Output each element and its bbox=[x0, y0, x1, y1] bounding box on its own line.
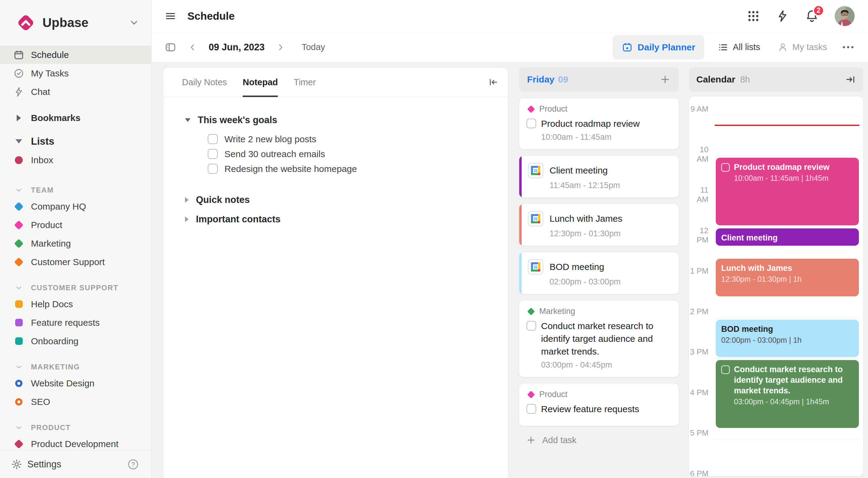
sidebar-item-schedule[interactable]: Schedule bbox=[0, 45, 151, 64]
list-color-ring bbox=[11, 398, 27, 406]
sidebar-item-customer-support[interactable]: Customer Support bbox=[0, 253, 151, 271]
group-header-product[interactable]: PRODUCT bbox=[0, 421, 151, 435]
sidebar-item-label: Feature requests bbox=[31, 318, 100, 328]
sidebar-item-product[interactable]: Product bbox=[0, 216, 151, 234]
workspace-name: Upbase bbox=[42, 15, 129, 30]
calendar-event[interactable]: BOD meeting02:00pm - 03:00pm | 1h bbox=[716, 320, 859, 357]
task-card[interactable]: Product Product roadmap review 10:00am -… bbox=[519, 98, 679, 149]
chevron-left-icon[interactable] bbox=[188, 43, 197, 52]
list-color-diamond bbox=[11, 259, 27, 265]
task-checkbox[interactable] bbox=[527, 119, 536, 128]
chevron-down-icon bbox=[11, 186, 27, 194]
gear-icon[interactable] bbox=[11, 458, 23, 470]
notepad-content[interactable]: This week's goals Write 2 new blog posts… bbox=[163, 97, 508, 228]
calendar-event[interactable]: Conduct market research to identify targ… bbox=[716, 360, 859, 428]
calendar-event[interactable]: Product roadmap review10:00am - 11:45am … bbox=[716, 158, 859, 226]
sidebar-item-chat[interactable]: Chat bbox=[0, 83, 151, 101]
checkbox[interactable] bbox=[208, 149, 218, 159]
panel-toggle-icon[interactable] bbox=[164, 41, 177, 53]
task-list-tag: Product bbox=[527, 104, 672, 114]
my-tasks-tab[interactable]: My tasks bbox=[777, 42, 827, 53]
task-card[interactable]: Marketing Conduct market research to ide… bbox=[519, 300, 679, 377]
list-color-ring bbox=[11, 380, 27, 387]
sidebar-item-label: My Tasks bbox=[31, 68, 68, 78]
section-important-contacts[interactable]: Important contacts bbox=[185, 211, 496, 228]
event-checkbox[interactable] bbox=[721, 163, 730, 172]
chevron-down-icon bbox=[11, 363, 27, 371]
gcal-event-card[interactable]: 31 Lunch with James 12:30pm - 01:30pm bbox=[519, 204, 679, 246]
sidebar-item-my-tasks[interactable]: My Tasks bbox=[0, 64, 151, 83]
group-header-customer-support[interactable]: CUSTOMER SUPPORT bbox=[0, 281, 151, 295]
group-header-marketing[interactable]: MARKETING bbox=[0, 360, 151, 374]
checklist-item: Redesign the website homepage bbox=[208, 161, 496, 176]
settings-label[interactable]: Settings bbox=[27, 459, 127, 470]
sidebar-item-company-hq[interactable]: Company HQ bbox=[0, 197, 151, 216]
section-quick-notes[interactable]: Quick notes bbox=[185, 191, 496, 209]
task-checkbox[interactable] bbox=[527, 321, 536, 330]
hour-gridline bbox=[715, 156, 860, 156]
bolt-icon[interactable] bbox=[776, 9, 789, 23]
group-header-team[interactable]: TEAM bbox=[0, 183, 151, 197]
tab-notepad[interactable]: Notepad bbox=[243, 68, 278, 97]
chevron-down-icon[interactable] bbox=[129, 18, 139, 28]
menu-icon[interactable] bbox=[164, 10, 177, 22]
event-time: 11:45am - 12:15pm bbox=[550, 181, 672, 190]
task-list-tag: Marketing bbox=[527, 307, 672, 316]
event-checkbox[interactable] bbox=[721, 365, 730, 374]
sidebar-item-marketing[interactable]: Marketing bbox=[0, 234, 151, 253]
tab-timer[interactable]: Timer bbox=[293, 68, 316, 97]
sidebar-item-seo[interactable]: SEO bbox=[0, 392, 151, 411]
add-task-button[interactable]: Add task bbox=[519, 435, 679, 445]
task-card[interactable]: Product Review feature requests bbox=[519, 384, 679, 426]
task-list-tag: Product bbox=[527, 390, 672, 399]
add-task-plus-icon[interactable] bbox=[659, 74, 671, 85]
sidebar-item-feature-requests[interactable]: Feature requests bbox=[0, 313, 151, 332]
section-title: Quick notes bbox=[196, 194, 250, 205]
task-checkbox[interactable] bbox=[527, 404, 536, 414]
avatar[interactable] bbox=[835, 6, 855, 26]
sidebar-section-label: Lists bbox=[31, 135, 54, 147]
topbar-actions: 2 bbox=[747, 6, 868, 26]
all-lists-tab[interactable]: All lists bbox=[718, 42, 760, 53]
gcal-event-card[interactable]: 31 BOD meeting 02:00pm - 03:00pm bbox=[519, 252, 679, 294]
sidebar-item-label: Bookmarks bbox=[31, 113, 81, 123]
calendar-event[interactable]: Client meeting bbox=[716, 228, 859, 246]
event-accent-bar bbox=[519, 156, 522, 197]
more-options-icon[interactable] bbox=[843, 46, 854, 48]
sidebar-section-lists[interactable]: Lists bbox=[0, 132, 151, 151]
gcal-event-card[interactable]: 31 Client meeting 11:45am - 12:15pm bbox=[519, 156, 679, 197]
sidebar-item-onboarding[interactable]: Onboarding bbox=[0, 332, 151, 350]
calendar-total-hours: 8h bbox=[740, 74, 750, 85]
workspace-switcher[interactable]: Upbase bbox=[0, 0, 151, 45]
notifications-button[interactable]: 2 bbox=[805, 9, 819, 23]
calendar-event[interactable]: Lunch with James12:30pm - 01:30pm | 1h bbox=[716, 259, 859, 296]
list-color-square bbox=[11, 300, 27, 308]
calendar-timeline[interactable]: 9 AM10 AM11 AM12 PM1 PM2 PM3 PM4 PM5 PM6… bbox=[689, 96, 863, 476]
calendar-day-icon bbox=[622, 42, 633, 53]
section-title: Important contacts bbox=[196, 214, 281, 225]
chevron-right-icon[interactable] bbox=[276, 43, 285, 52]
hour-label: 4 PM bbox=[689, 388, 709, 397]
collapse-right-icon[interactable] bbox=[845, 74, 856, 85]
apps-grid-icon[interactable] bbox=[747, 9, 760, 23]
sidebar-item-label: Website Design bbox=[31, 378, 95, 388]
tab-daily-notes[interactable]: Daily Notes bbox=[182, 68, 227, 97]
collapse-panel-icon[interactable] bbox=[488, 77, 499, 88]
daily-planner-tab[interactable]: Daily Planner bbox=[613, 35, 704, 60]
notification-badge: 2 bbox=[813, 5, 824, 17]
sidebar-item-website-design[interactable]: Website Design bbox=[0, 374, 151, 392]
svg-text:31: 31 bbox=[533, 265, 538, 269]
current-date[interactable]: 09 Jun, 2023 bbox=[209, 42, 265, 53]
hour-label: 9 AM bbox=[689, 104, 709, 114]
task-time: 10:00am - 11:45am bbox=[541, 132, 672, 142]
sidebar-item-bookmarks[interactable]: Bookmarks bbox=[0, 108, 151, 127]
checkbox[interactable] bbox=[208, 164, 218, 174]
checkbox[interactable] bbox=[208, 134, 218, 144]
help-icon[interactable]: ? bbox=[127, 458, 139, 470]
sidebar-item-inbox[interactable]: Inbox bbox=[0, 151, 151, 169]
sidebar-item-help-docs[interactable]: Help Docs bbox=[0, 295, 151, 313]
today-button[interactable]: Today bbox=[302, 42, 325, 52]
caret-down-icon bbox=[185, 118, 190, 122]
task-list-name: Product bbox=[539, 104, 567, 114]
section-this-weeks-goals[interactable]: This week's goals bbox=[185, 115, 496, 126]
